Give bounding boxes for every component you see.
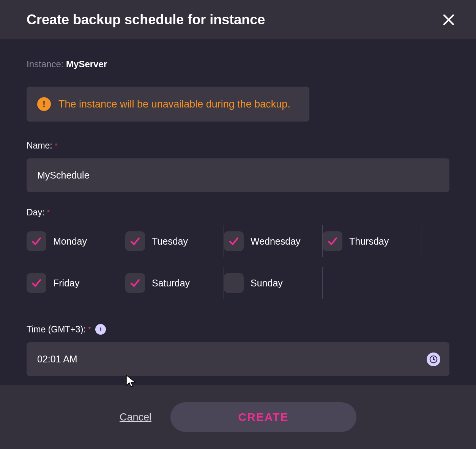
- day-label: Sunday: [251, 278, 283, 289]
- exclamation-icon: !: [37, 97, 51, 111]
- day-field-label: Day: *: [27, 207, 449, 218]
- backup-schedule-modal: Create backup schedule for instance Inst…: [0, 0, 476, 449]
- day-checkbox-sunday[interactable]: [224, 273, 244, 293]
- modal-footer: Cancel CREATE: [0, 385, 476, 449]
- name-label-text: Name:: [27, 141, 52, 151]
- name-field-group: Name: *: [27, 141, 449, 192]
- day-label: Friday: [53, 278, 79, 289]
- day-item-wednesday: Wednesday: [224, 225, 323, 257]
- close-icon[interactable]: [440, 11, 457, 28]
- instance-name: MyServer: [66, 59, 107, 69]
- time-field-label: Time (GMT+3): * i: [27, 324, 449, 335]
- day-item-friday: Friday: [27, 267, 125, 299]
- name-input[interactable]: [27, 158, 449, 192]
- warning-text: The instance will be unavailable during …: [58, 98, 290, 110]
- day-checkbox-friday[interactable]: [27, 273, 46, 293]
- time-input-wrap: [27, 342, 449, 376]
- required-indicator: *: [55, 141, 58, 150]
- time-field-group: Time (GMT+3): * i: [27, 324, 449, 376]
- day-item-saturday: Saturday: [125, 267, 224, 299]
- modal-body: Instance: MyServer ! The instance will b…: [0, 40, 476, 385]
- days-grid: MondayTuesdayWednesdayThursdayFridaySatu…: [27, 225, 449, 309]
- info-icon[interactable]: i: [95, 324, 106, 335]
- day-label-text: Day:: [27, 207, 44, 218]
- day-checkbox-wednesday[interactable]: [224, 231, 244, 251]
- create-button[interactable]: CREATE: [170, 402, 356, 432]
- day-label: Thursday: [349, 236, 389, 247]
- day-item-thursday: Thursday: [323, 225, 421, 257]
- day-label: Tuesday: [152, 236, 188, 247]
- time-input[interactable]: [27, 342, 449, 376]
- day-item-monday: Monday: [27, 225, 125, 257]
- modal-header: Create backup schedule for instance: [0, 0, 476, 40]
- day-label: Wednesday: [251, 236, 301, 247]
- instance-label: Instance:: [27, 59, 66, 69]
- cancel-button[interactable]: Cancel: [120, 411, 151, 423]
- time-label-text: Time (GMT+3):: [27, 324, 86, 335]
- svg-line-4: [433, 359, 435, 360]
- day-checkbox-thursday[interactable]: [323, 231, 342, 251]
- warning-banner: ! The instance will be unavailable durin…: [27, 87, 309, 122]
- modal-title: Create backup schedule for instance: [27, 12, 265, 28]
- day-checkbox-monday[interactable]: [27, 231, 46, 251]
- instance-line: Instance: MyServer: [27, 59, 449, 70]
- day-item-tuesday: Tuesday: [125, 225, 224, 257]
- day-checkbox-tuesday[interactable]: [125, 231, 145, 251]
- day-item-sunday: Sunday: [224, 267, 323, 299]
- required-indicator: *: [47, 208, 50, 217]
- day-checkbox-saturday[interactable]: [125, 273, 145, 293]
- clock-icon[interactable]: [427, 353, 440, 366]
- x-icon: [443, 14, 455, 26]
- day-label: Monday: [53, 236, 87, 247]
- day-field-group: Day: * MondayTuesdayWednesdayThursdayFri…: [27, 207, 449, 309]
- day-label: Saturday: [152, 278, 190, 289]
- required-indicator: *: [88, 325, 91, 334]
- name-field-label: Name: *: [27, 141, 449, 151]
